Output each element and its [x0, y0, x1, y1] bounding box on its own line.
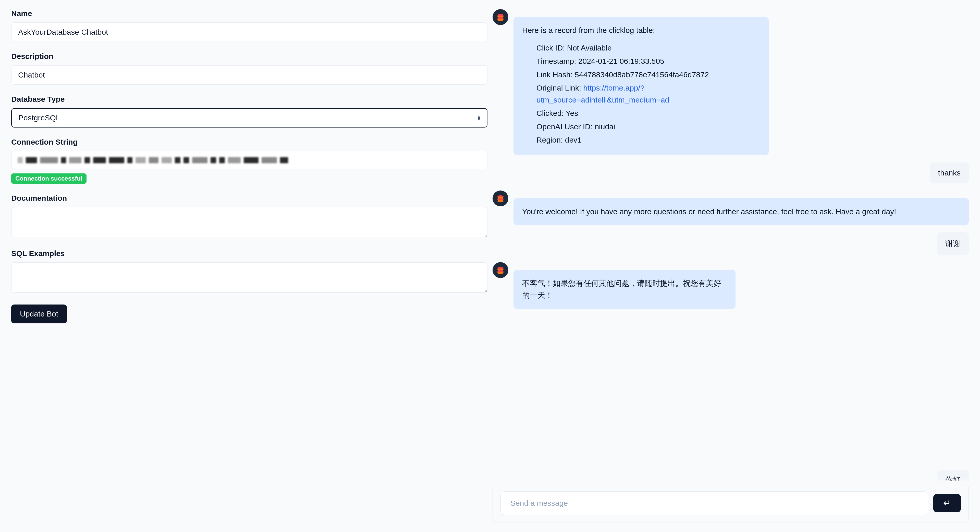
chat-pane: Here is a record from the clicklog table…: [490, 0, 980, 532]
user-message: thanks: [493, 162, 969, 183]
user-message: 谢谢: [493, 232, 969, 255]
sql-examples-textarea[interactable]: [11, 262, 487, 292]
bot-avatar-icon: [493, 9, 508, 25]
svg-point-3: [497, 19, 504, 21]
connstr-status-badge: Connection successful: [11, 173, 86, 184]
enter-icon: ↵: [943, 498, 951, 508]
config-form: Name Description Database Type PostgreSQ…: [0, 0, 490, 532]
message-input[interactable]: [501, 491, 928, 515]
svg-point-11: [497, 272, 504, 274]
chat-input-bar: ↵: [493, 484, 969, 523]
documentation-label: Documentation: [11, 194, 487, 203]
description-label: Description: [11, 52, 487, 61]
dbtype-select[interactable]: PostgreSQL ▴▾: [11, 108, 487, 127]
dbtype-value: PostgreSQL: [18, 113, 60, 122]
bot-avatar-icon: [493, 191, 508, 206]
dbtype-label: Database Type: [11, 95, 487, 103]
name-label: Name: [11, 9, 487, 18]
bot-message: Here is a record from the clicklog table…: [493, 9, 969, 155]
bot-message: You're welcome! If you have any more que…: [493, 191, 969, 226]
send-button[interactable]: ↵: [933, 494, 961, 512]
svg-point-7: [497, 200, 504, 202]
chevron-updown-icon: ▴▾: [477, 115, 480, 121]
user-message-partial: 你好: [937, 470, 969, 481]
sql-examples-label: SQL Examples: [11, 249, 487, 258]
bot-text: Here is a record from the clicklog table…: [522, 24, 760, 37]
connstr-label: Connection String: [11, 138, 487, 146]
user-text: 谢谢: [937, 232, 969, 255]
name-input[interactable]: [11, 22, 487, 42]
bot-text: 不客气！如果您有任何其他问题，请随时提出。祝您有美好的一天！: [514, 270, 735, 309]
bot-text: You're welcome! If you have any more que…: [514, 198, 969, 226]
documentation-textarea[interactable]: [11, 207, 487, 237]
user-text: thanks: [930, 162, 969, 183]
bot-avatar-icon: [493, 262, 508, 278]
connstr-input[interactable]: [11, 151, 487, 169]
bot-message: 不客气！如果您有任何其他问题，请随时提出。祝您有美好的一天！: [493, 262, 969, 309]
update-bot-button[interactable]: Update Bot: [11, 305, 67, 323]
description-input[interactable]: [11, 65, 487, 85]
